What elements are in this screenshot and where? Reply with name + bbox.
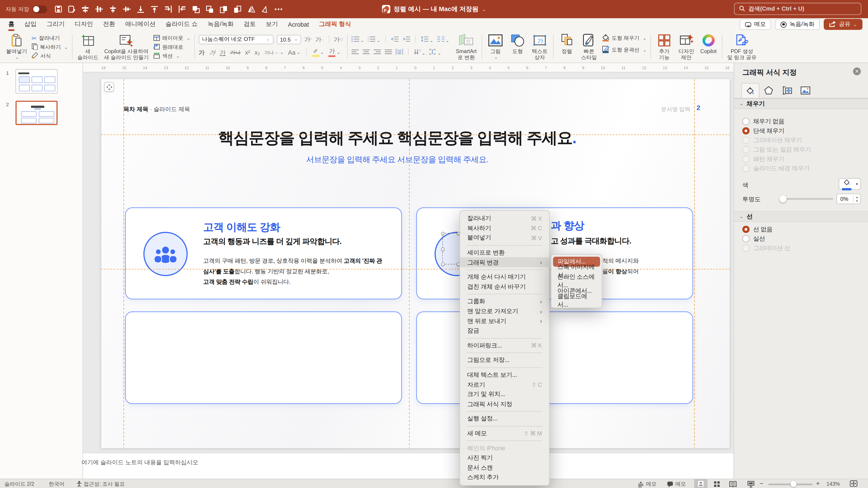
notes-toggle[interactable]: 메모: [638, 481, 656, 488]
menu-item-send-to-back[interactable]: 맨 뒤로 보내기›: [460, 316, 549, 326]
zoom-level[interactable]: 143%: [827, 481, 840, 487]
copy-button[interactable]: 복사하기: [32, 43, 68, 52]
slide-main-title[interactable]: 핵심문장을 입력해 주세요 핵심문장을 입력해 주세요.: [83, 128, 711, 149]
normal-view-button[interactable]: [694, 479, 708, 488]
clear-formatting-icon[interactable]: 가◇: [334, 36, 343, 42]
tab-animations[interactable]: 애니메이션: [120, 18, 160, 31]
arrange-button[interactable]: 정렬: [557, 33, 576, 55]
decrease-font-icon[interactable]: 가⌄: [315, 36, 324, 42]
menu-item-paste[interactable]: 붙여넣기⌘ V: [460, 233, 549, 242]
doc-name-placeholder[interactable]: 문서명 입력: [661, 106, 690, 113]
tab-transitions[interactable]: 전환: [98, 18, 120, 31]
tab-draw[interactable]: 그리기: [41, 18, 70, 31]
tab-picture[interactable]: [796, 83, 814, 98]
fill-section-header[interactable]: ⌄ 채우기: [734, 98, 868, 109]
increase-font-icon[interactable]: 가^: [304, 36, 312, 42]
align-right-button[interactable]: [373, 47, 381, 57]
distribute-left-icon[interactable]: [178, 5, 186, 13]
guide-horizontal-middle[interactable]: [101, 269, 730, 269]
menu-item-action-settings[interactable]: 실행 설정...: [460, 414, 549, 424]
record-button[interactable]: 녹음/녹화: [775, 19, 820, 30]
slide-sorter-button[interactable]: [710, 479, 723, 488]
cut-button[interactable]: ✂잘라내기: [32, 34, 68, 42]
tab-design[interactable]: 디자인: [70, 18, 98, 31]
font-size-select[interactable]: 10.5⌄: [277, 35, 301, 44]
tab-home[interactable]: 홈: [3, 18, 20, 31]
send-backward-icon[interactable]: [206, 5, 213, 13]
menu-item-reorder-objects[interactable]: 개체 순서 다시 매기기: [460, 272, 549, 282]
menu-item-change-graphic[interactable]: 그래픽 변경›: [460, 258, 549, 267]
fill-color-button[interactable]: ▼: [839, 178, 861, 190]
fill-option-none[interactable]: 채우기 없음: [742, 117, 784, 126]
strikethrough-button[interactable]: 가나: [230, 50, 241, 55]
card1-title[interactable]: 고객 이해도 강화: [203, 220, 280, 235]
expand-slide-icon[interactable]: [104, 82, 114, 92]
menu-item-copy[interactable]: 복사하기⌘ C: [460, 223, 549, 233]
reading-view-button[interactable]: [726, 479, 740, 488]
slide-header-text[interactable]: 목차 제목·슬라이드 제목: [123, 106, 190, 113]
tab-fill-line[interactable]: [741, 83, 760, 98]
bring-to-front-icon[interactable]: [220, 5, 227, 13]
menu-item-group[interactable]: 그룹화›: [460, 297, 549, 306]
shape-fill-button[interactable]: 도형 채우기: [602, 34, 647, 42]
transparency-slider-thumb[interactable]: [779, 195, 786, 202]
font-color-button[interactable]: 가: [329, 48, 340, 57]
tab-effects[interactable]: [760, 83, 778, 98]
align-center-button[interactable]: [362, 47, 370, 57]
menu-item-hyperlink[interactable]: 하이퍼링크...⌘ K: [460, 340, 549, 350]
flip-horizontal-icon[interactable]: [247, 5, 255, 13]
align-center-horizontal-icon[interactable]: [81, 5, 89, 13]
layout-button[interactable]: 레이아웃: [153, 34, 190, 42]
card-empty-right[interactable]: [416, 312, 693, 404]
menu-item-cut[interactable]: 잘라내기⌘ X: [460, 214, 549, 223]
menu-item-convert-to-shape[interactable]: 셰이프로 변환: [460, 248, 549, 258]
underline-button[interactable]: 가: [219, 50, 225, 56]
submenu-item-from-clipboard[interactable]: 클립보드에서...: [553, 295, 600, 305]
card1-body[interactable]: 고객의 구매 패턴, 방문 경로, 상호작용 이력을 분석하여 고객의 '진짜 …: [203, 256, 386, 287]
save-icon[interactable]: [55, 5, 62, 13]
fill-option-pattern[interactable]: 패턴 채우기: [742, 155, 784, 163]
slide-subtitle[interactable]: 서브문장을 입력해 주세요 서브문장을 입력해 주세요.: [83, 154, 711, 165]
card2-title-fragment[interactable]: 과 향상: [551, 219, 584, 233]
superscript-button[interactable]: x²: [245, 50, 250, 56]
thumbnail-slide-1[interactable]: 1: [16, 69, 58, 94]
line-option-gradient[interactable]: 그라데이션 선: [742, 244, 790, 252]
menu-item-bring-to-front[interactable]: 맨 앞으로 가져오기›: [460, 306, 549, 316]
menu-item-reorder-overlapping[interactable]: 겹친 개체 순서 바꾸기: [460, 282, 549, 292]
align-bottom-icon[interactable]: [136, 5, 144, 13]
menu-item-add-sketch[interactable]: 스케치 추가: [460, 473, 549, 482]
distribute-right-icon[interactable]: [164, 5, 172, 13]
save-as-icon[interactable]: [68, 5, 75, 13]
horizontal-ruler[interactable]: 1615141312111098765432101234567891011121…: [83, 63, 734, 72]
design-ideas-button[interactable]: 디자인 제안: [677, 33, 696, 61]
comments-button[interactable]: 메모: [740, 19, 772, 30]
pdf-create-button[interactable]: PDF 생성 및 링크 공유: [726, 33, 758, 61]
accessibility-status[interactable]: 접근성: 조사 필요: [84, 481, 125, 488]
guide-horizontal-top[interactable]: [101, 134, 730, 135]
convert-smartart-button[interactable]: SmartArt 로 변환: [455, 33, 478, 66]
transparency-value-spinner[interactable]: 0% ▲▼: [836, 194, 861, 204]
character-spacing-button[interactable]: 가나↔: [265, 50, 284, 55]
language-indicator[interactable]: 한국어: [49, 481, 65, 488]
line-section-header[interactable]: ⌄ 선: [734, 212, 868, 222]
distribute-text-button[interactable]: [396, 47, 403, 57]
paste-button[interactable]: 붙여넣기: [5, 33, 28, 60]
text-direction-button[interactable]: 가: [413, 47, 426, 57]
menu-item-save-as-picture[interactable]: 그림으로 저장...: [460, 355, 549, 365]
menu-item-view-alt-text[interactable]: 대체 텍스트 보기...: [460, 370, 549, 380]
copilot-button[interactable]: Copilot: [699, 33, 718, 55]
tab-size-properties[interactable]: [778, 83, 796, 98]
line-spacing-button[interactable]: [421, 34, 433, 44]
text-highlight-button[interactable]: ✐: [312, 48, 324, 57]
card-empty-left[interactable]: [125, 312, 402, 404]
thumbnail-slide-2[interactable]: 2: [16, 101, 58, 125]
zoom-slider-thumb[interactable]: [790, 481, 797, 487]
align-left-button[interactable]: [351, 47, 359, 57]
fill-option-solid[interactable]: 단색 채우기: [742, 127, 784, 135]
card-customer-understanding[interactable]: 고객 이해도 강화 고객의 행동과 니즈를 더 깊게 파악합니다. 고객의 구매…: [125, 207, 402, 299]
align-text-button[interactable]: [429, 47, 441, 57]
quick-styles-button[interactable]: 빠른 스타일: [580, 33, 598, 66]
submenu-item-online-sources[interactable]: 온라인 소스에서...: [553, 276, 600, 286]
tab-graphics-format[interactable]: 그래픽 형식: [314, 18, 356, 31]
bold-button[interactable]: 가: [198, 50, 205, 56]
